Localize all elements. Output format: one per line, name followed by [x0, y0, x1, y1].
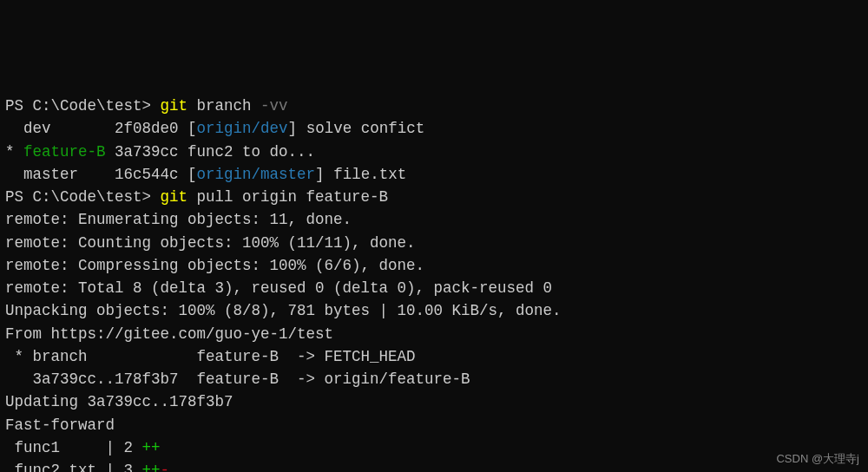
git-flag: -vv: [260, 97, 288, 115]
terminal-output[interactable]: PS C:\Code\test> git branch -vv dev 2f08…: [5, 95, 863, 472]
prompt: PS C:\Code\test>: [5, 188, 151, 206]
remote-count: remote: Counting objects: 100% (11/11), …: [5, 232, 863, 254]
branch-master-line: master 16c544c [origin/master] file.txt: [5, 163, 863, 186]
remote-enum: remote: Enumerating objects: 11, done.: [5, 208, 863, 231]
git-args: pull origin feature-B: [187, 188, 388, 206]
fetch-line-2: 3a739cc..178f3b7 feature-B -> origin/fea…: [5, 368, 863, 390]
cmd-line-2: PS C:\Code\test> git pull origin feature…: [5, 186, 863, 208]
current-branch: feature-B: [23, 143, 106, 161]
plus-icon: ++: [142, 439, 161, 456]
branch-name: master: [23, 166, 78, 183]
git-cmd: git: [161, 97, 188, 115]
commit-hash: 16c544c: [115, 166, 179, 183]
branch-name: dev: [23, 120, 51, 137]
diff-file: func1 | 2: [5, 439, 142, 456]
commit-msg: func2 to do...: [179, 143, 316, 161]
unpack-line: Unpacking objects: 100% (8/8), 781 bytes…: [5, 299, 863, 322]
branch-feature-line: * feature-B 3a739cc func2 to do...: [5, 141, 863, 163]
cmd-line-1: PS C:\Code\test> git branch -vv: [5, 95, 863, 117]
fast-forward: Fast-forward: [5, 414, 863, 436]
diff-line-1: func1 | 2 ++: [5, 436, 863, 459]
plus-icon: ++: [142, 462, 161, 472]
minus-icon: -: [161, 462, 170, 472]
remote-total: remote: Total 8 (delta 3), reused 0 (del…: [5, 277, 863, 299]
remote-compress: remote: Compressing objects: 100% (6/6),…: [5, 254, 863, 277]
watermark-text: CSDN @大理寺j: [776, 450, 859, 468]
commit-hash: 2f08de0: [115, 120, 179, 137]
git-cmd: git: [161, 188, 188, 206]
diff-line-2: func2.txt | 3 ++-: [5, 459, 863, 472]
updating-line: Updating 3a739cc..178f3b7: [5, 390, 863, 413]
commit-msg: file.txt: [325, 166, 407, 183]
branch-dev-line: dev 2f08de0 [origin/dev] solve confict: [5, 117, 863, 140]
diff-file: func2.txt | 3: [5, 462, 142, 472]
from-line: From https://gitee.com/guo-ye-1/test: [5, 323, 863, 345]
upstream-ref: origin/dev: [197, 120, 288, 137]
git-args: branch: [197, 97, 252, 115]
commit-hash: 3a739cc: [115, 143, 179, 161]
fetch-line-1: * branch feature-B -> FETCH_HEAD: [5, 345, 863, 368]
commit-msg: solve confict: [297, 120, 424, 137]
prompt: PS C:\Code\test>: [5, 97, 151, 115]
upstream-ref: origin/master: [197, 166, 316, 183]
